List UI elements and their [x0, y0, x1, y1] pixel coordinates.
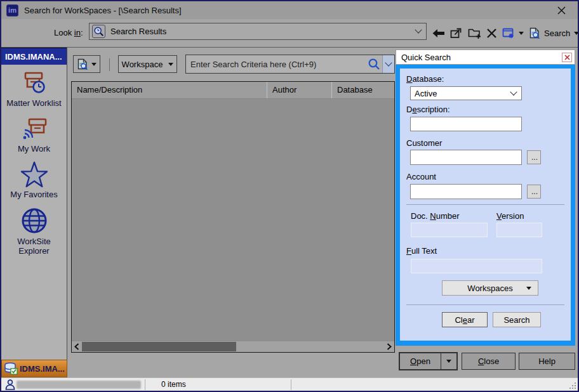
version-label: Version	[496, 211, 524, 221]
window-options-button[interactable]	[502, 28, 515, 39]
scrollbar-track[interactable]	[82, 341, 384, 352]
quick-search-title: Quick Search	[401, 53, 451, 62]
window-close-button[interactable]	[550, 1, 573, 19]
shortcut-sidebar: IDMS.IMANA... Matter Worklist	[1, 48, 67, 360]
explorer-globe-icon	[20, 206, 48, 235]
new-folder-icon	[468, 27, 481, 39]
scrollbar-thumb[interactable]	[82, 342, 236, 351]
horizontal-scrollbar[interactable]	[72, 341, 394, 352]
search-criteria-input[interactable]	[186, 60, 368, 69]
toolbar-separator	[109, 58, 110, 71]
search-document-icon	[529, 27, 540, 39]
status-separator	[291, 379, 291, 390]
scroll-left-icon	[74, 343, 79, 350]
window-title: Search for WorkSpaces - [\Search Results…	[24, 6, 182, 15]
help-button[interactable]: Help	[519, 353, 575, 370]
search-menu-button[interactable]: Search	[529, 27, 579, 39]
sidebar-item-label: Matter Worklist	[5, 98, 62, 108]
scroll-right-icon	[387, 343, 392, 350]
sidebar-item-worksite-explorer[interactable]: WorkSite Explorer	[1, 206, 67, 256]
chevron-down-icon	[385, 59, 392, 66]
sidebar-item-label: My Favorites	[9, 190, 58, 199]
app-icon: im	[6, 4, 18, 16]
open-split-button: Open	[399, 353, 457, 370]
customer-browse-button[interactable]: ...	[527, 150, 541, 164]
back-arrow-icon	[432, 29, 445, 38]
quick-search-close-button[interactable]	[562, 53, 572, 62]
workspaces-scope-button[interactable]: Workspaces	[442, 280, 538, 296]
description-input[interactable]	[410, 117, 522, 131]
export-button[interactable]	[450, 27, 463, 39]
database-check-icon	[4, 362, 18, 375]
search-button-label: Search	[503, 315, 529, 325]
sidebar-item-my-favorites[interactable]: My Favorites	[1, 160, 67, 199]
person-icon	[5, 379, 15, 390]
new-folder-button[interactable]	[468, 27, 481, 39]
results-list-body[interactable]	[72, 99, 394, 341]
open-button[interactable]: Open	[400, 353, 441, 369]
status-bar: 0 items	[1, 377, 578, 391]
workspaces-scope-label: Workspaces	[467, 284, 512, 293]
window-options-dropdown-icon[interactable]	[519, 32, 524, 35]
close-icon	[557, 6, 566, 15]
search-icon[interactable]	[368, 58, 380, 70]
account-input[interactable]	[410, 184, 522, 199]
chevron-down-icon	[510, 88, 517, 95]
close-icon	[564, 55, 570, 60]
database-label: Database:	[406, 74, 444, 84]
search-dropdown-button[interactable]	[382, 55, 394, 73]
open-button-label: Open	[410, 356, 430, 366]
open-dropdown-button[interactable]	[441, 353, 456, 369]
look-in-combobox[interactable]: Search Results	[89, 23, 427, 40]
close-button[interactable]: Close	[462, 353, 516, 370]
sidebar-group-header[interactable]: IDMS.IMANA...	[1, 48, 67, 65]
favorites-star-icon	[20, 160, 49, 188]
look-in-value: Search Results	[110, 27, 166, 36]
doc-number-label: Doc. Number	[411, 211, 460, 221]
scroll-left-button[interactable]	[72, 341, 82, 352]
workspace-scope-dropdown-icon	[168, 63, 173, 66]
saved-search-icon	[92, 25, 105, 38]
status-separator	[145, 379, 145, 390]
workspace-scope-label: Workspace	[122, 60, 163, 69]
window-options-icon	[502, 28, 515, 39]
help-button-label: Help	[538, 356, 556, 366]
export-icon	[450, 27, 463, 39]
clear-button-label: Clear	[455, 315, 474, 325]
delete-button[interactable]	[486, 28, 497, 39]
account-browse-button[interactable]: ...	[527, 185, 541, 199]
customer-input[interactable]	[410, 150, 522, 165]
column-header-database[interactable]: Database	[332, 82, 394, 98]
quick-search-search-button[interactable]: Search	[493, 312, 541, 327]
server-tab-label: IDMS.IMA...	[20, 364, 65, 374]
delete-icon	[486, 28, 497, 39]
clear-button[interactable]: Clear	[442, 312, 488, 327]
column-header-name-description[interactable]: Name/Description	[72, 82, 267, 98]
column-header-author[interactable]: Author	[267, 82, 332, 98]
items-count: 0 items	[161, 380, 186, 389]
workspace-scope-button[interactable]: Workspace	[118, 55, 177, 73]
database-value: Active	[415, 89, 437, 98]
full-text-label: Full Text	[406, 246, 437, 256]
resize-grip[interactable]	[569, 382, 576, 389]
toolbar-divider	[1, 47, 578, 48]
sidebar-item-matter-worklist[interactable]: Matter Worklist	[1, 69, 67, 108]
customer-label: Customer	[406, 138, 442, 148]
worklist-box-clock-icon	[21, 69, 48, 97]
form-separator	[406, 204, 564, 205]
open-dropdown-icon	[446, 360, 451, 363]
view-options-dropdown-icon	[91, 63, 96, 66]
sidebar-item-label: My Work	[17, 144, 51, 154]
back-button[interactable]	[432, 29, 445, 38]
search-menu-dropdown-icon	[574, 32, 579, 35]
look-in-label: Look in:	[54, 28, 83, 37]
results-list: Name/Description Author Database	[71, 81, 395, 353]
chevron-down-icon	[415, 26, 422, 33]
search-document-icon	[77, 58, 88, 70]
sidebar-item-my-work[interactable]: My Work	[1, 115, 67, 154]
scroll-right-button[interactable]	[384, 341, 394, 352]
database-combobox[interactable]: Active	[410, 86, 522, 100]
form-separator	[406, 304, 564, 305]
view-options-button[interactable]	[73, 55, 100, 73]
server-tab[interactable]: IDMS.IMA...	[1, 360, 67, 377]
